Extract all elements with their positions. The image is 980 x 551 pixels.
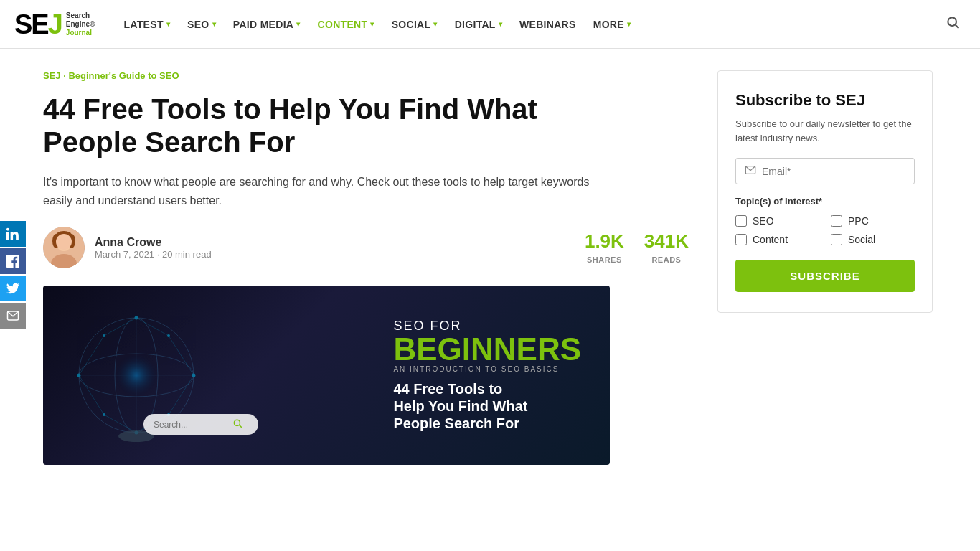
breadcrumb-sej-link[interactable]: SEJ bbox=[43, 70, 61, 81]
search-button[interactable] bbox=[940, 9, 966, 39]
svg-line-22 bbox=[104, 318, 136, 336]
breadcrumb-guide-link[interactable]: Beginner's Guide to SEO bbox=[68, 70, 179, 81]
chevron-down-icon: ▾ bbox=[627, 20, 631, 28]
nav-digital[interactable]: DIGITAL ▾ bbox=[448, 13, 509, 36]
nav-content[interactable]: CONTENT ▾ bbox=[311, 13, 382, 36]
nav-latest[interactable]: LATEST ▾ bbox=[117, 13, 178, 36]
logo-text: SEJ bbox=[14, 11, 62, 38]
search-icon bbox=[232, 418, 242, 430]
chevron-down-icon: ▾ bbox=[370, 20, 374, 28]
hero-search-input[interactable] bbox=[154, 420, 232, 430]
breadcrumb: SEJ · Beginner's Guide to SEO bbox=[43, 70, 689, 81]
sidebar: Subscribe to SEJ Subscribe to our daily … bbox=[717, 49, 933, 465]
logo-se: SE bbox=[14, 9, 48, 39]
author-row: Anna Crowe March 7, 2021 · 20 min read 1… bbox=[43, 227, 689, 268]
hero-image: SEO FOR BEGINNERS AN INTRODUCTION TO SEO… bbox=[43, 286, 610, 465]
article-stats: 1.9K SHARES 341K READS bbox=[585, 230, 689, 265]
topic-seo-checkbox[interactable] bbox=[735, 215, 747, 227]
svg-point-8 bbox=[68, 234, 75, 248]
author-meta: March 7, 2021 · 20 min read bbox=[95, 249, 585, 260]
hero-subtitle: 44 Free Tools to Help You Find What Peop… bbox=[393, 380, 581, 432]
site-header: SEJ Search Engine® Journal LATEST ▾ SEO … bbox=[0, 0, 980, 49]
nav-webinars[interactable]: WEBINARS bbox=[512, 13, 583, 36]
share-facebook-button[interactable] bbox=[0, 248, 26, 274]
shares-value: 1.9K bbox=[585, 230, 624, 253]
email-icon bbox=[745, 164, 756, 178]
chevron-down-icon: ▾ bbox=[212, 20, 216, 28]
avatar bbox=[43, 227, 85, 268]
logo-search: Search bbox=[66, 11, 95, 20]
hero-intro-text: AN INTRODUCTION TO SEO BASICS bbox=[393, 365, 581, 373]
chevron-down-icon: ▾ bbox=[499, 20, 502, 28]
reads-stat: 341K READS bbox=[644, 230, 689, 265]
topic-content[interactable]: Content bbox=[735, 234, 819, 245]
hero-beginners: BEGINNERS bbox=[393, 334, 581, 365]
subscribe-box: Subscribe to SEJ Subscribe to our daily … bbox=[717, 70, 933, 313]
nav-more[interactable]: MORE ▾ bbox=[586, 13, 639, 36]
chevron-down-icon: ▾ bbox=[433, 20, 437, 28]
topic-ppc-checkbox[interactable] bbox=[831, 215, 842, 227]
chevron-down-icon: ▾ bbox=[166, 20, 170, 28]
subscribe-description: Subscribe to our daily newsletter to get… bbox=[735, 117, 915, 145]
topic-content-checkbox[interactable] bbox=[735, 234, 747, 245]
logo-tagline: Search Engine® Journal bbox=[66, 11, 95, 37]
topic-social-checkbox[interactable] bbox=[831, 234, 842, 245]
email-input[interactable] bbox=[762, 166, 905, 177]
avatar-image bbox=[43, 227, 85, 268]
topic-social[interactable]: Social bbox=[831, 234, 915, 245]
topic-seo[interactable]: SEO bbox=[735, 215, 819, 227]
article-area: SEJ · Beginner's Guide to SEO 44 Free To… bbox=[43, 49, 689, 465]
nav-seo[interactable]: SEO ▾ bbox=[180, 13, 223, 36]
main-nav: LATEST ▾ SEO ▾ PAID MEDIA ▾ CONTENT ▾ SO… bbox=[117, 13, 940, 36]
hero-text: SEO FOR BEGINNERS AN INTRODUCTION TO SEO… bbox=[393, 319, 581, 432]
reads-value: 341K bbox=[644, 230, 689, 253]
subscribe-button[interactable]: SUBSCRIBE bbox=[735, 260, 915, 292]
svg-point-30 bbox=[115, 354, 158, 397]
svg-line-1 bbox=[956, 25, 959, 29]
svg-point-32 bbox=[234, 420, 240, 426]
share-linkedin-button[interactable] bbox=[0, 221, 26, 247]
email-field-wrapper bbox=[735, 158, 915, 184]
svg-line-26 bbox=[79, 375, 104, 415]
nav-social[interactable]: SOCIAL ▾ bbox=[385, 13, 445, 36]
social-share-sidebar bbox=[0, 221, 26, 330]
logo-engine: Engine® bbox=[66, 20, 95, 29]
article-intro: It's important to know what people are s… bbox=[43, 173, 603, 209]
article-title: 44 Free Tools to Help You Find What Peop… bbox=[43, 93, 617, 159]
logo-j: J bbox=[48, 9, 62, 39]
svg-line-33 bbox=[240, 425, 242, 428]
share-email-button[interactable] bbox=[0, 303, 26, 329]
svg-line-23 bbox=[136, 318, 169, 336]
svg-point-7 bbox=[52, 234, 60, 248]
topic-ppc[interactable]: PPC bbox=[831, 215, 915, 227]
site-logo[interactable]: SEJ Search Engine® Journal bbox=[14, 11, 95, 38]
hero-search-bar bbox=[143, 414, 258, 435]
reads-label: READS bbox=[651, 255, 681, 264]
svg-line-28 bbox=[104, 415, 136, 433]
svg-line-24 bbox=[79, 336, 104, 375]
shares-label: SHARES bbox=[587, 255, 622, 264]
svg-point-4 bbox=[56, 234, 72, 251]
nav-paid-media[interactable]: PAID MEDIA ▾ bbox=[226, 13, 308, 36]
shares-stat: 1.9K SHARES bbox=[585, 230, 624, 265]
author-info: Anna Crowe March 7, 2021 · 20 min read bbox=[95, 236, 585, 260]
main-container: SEJ · Beginner's Guide to SEO 44 Free To… bbox=[0, 49, 980, 465]
author-name: Anna Crowe bbox=[95, 236, 585, 249]
topics-grid: SEO PPC Content Social bbox=[735, 215, 915, 245]
topics-label: Topic(s) of Interest* bbox=[735, 196, 915, 207]
chevron-down-icon: ▾ bbox=[296, 20, 300, 28]
svg-point-6 bbox=[55, 231, 72, 242]
subscribe-title: Subscribe to SEJ bbox=[735, 91, 915, 110]
svg-point-0 bbox=[948, 17, 956, 26]
share-twitter-button[interactable] bbox=[0, 276, 26, 301]
svg-line-25 bbox=[169, 336, 194, 375]
logo-journal: Journal bbox=[66, 29, 95, 37]
svg-line-27 bbox=[169, 375, 194, 415]
